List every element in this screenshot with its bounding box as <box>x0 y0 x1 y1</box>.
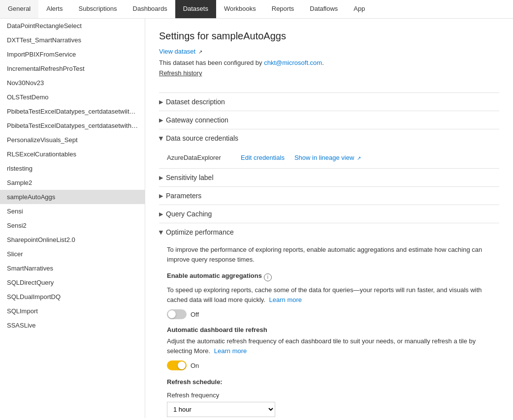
arrow-icon-sensitivity: ▶ <box>159 175 163 181</box>
dashboard-learn-more-link[interactable]: Learn more <box>214 347 247 355</box>
arrow-icon-parameters: ▶ <box>159 193 163 199</box>
refresh-history-link[interactable]: Refresh history <box>159 69 202 77</box>
auto-agg-toggle-thumb <box>168 310 176 318</box>
sidebar-item[interactable]: Sample2 <box>0 176 145 190</box>
datasource-row: AzureDataExplorer Edit credentials Show … <box>167 151 499 164</box>
nav-item-dashboards[interactable]: Dashboards <box>125 0 175 18</box>
sidebar-item[interactable]: IncrementalRefreshProTest <box>0 61 145 76</box>
data-source-content: AzureDataExplorer Edit credentials Show … <box>159 147 499 168</box>
show-lineage-link[interactable]: Show in lineage view ↗ <box>294 154 361 161</box>
nav-item-alerts[interactable]: Alerts <box>38 0 70 18</box>
sidebar-item[interactable]: SharepointOnlineList2.0 <box>0 233 145 247</box>
auto-agg-title: Enable automatic aggregations <box>167 272 262 279</box>
lineage-external-icon: ↗ <box>357 155 361 161</box>
section-query-caching[interactable]: ▶ Query Caching <box>159 205 499 223</box>
sidebar-item[interactable]: SQLDualImportDQ <box>0 290 145 304</box>
sidebar-item[interactable]: SSASLive <box>0 318 145 332</box>
arrow-icon-gateway-connection: ▶ <box>159 117 163 123</box>
sidebar-item[interactable]: SQLDirectQuery <box>0 275 145 290</box>
main-layout: DataPointRectangleSelectDXTTest_SmartNar… <box>0 19 513 418</box>
optimize-performance-content: To improve the performance of exploring … <box>159 241 499 418</box>
auto-agg-learn-more-link[interactable]: Learn more <box>269 296 302 303</box>
nav-item-datasets[interactable]: Datasets <box>175 0 216 18</box>
section-dataset-description[interactable]: ▶ Dataset description <box>159 92 499 111</box>
section-data-source-credentials[interactable]: ▶ Data source credentials <box>159 129 499 147</box>
section-parameters[interactable]: ▶ Parameters <box>159 186 499 205</box>
sidebar-item[interactable]: Slicer <box>0 247 145 261</box>
arrow-icon-dataset-description: ▶ <box>159 99 163 105</box>
sidebar-item[interactable]: rlstesting <box>0 161 145 176</box>
top-navigation: GeneralAlertsSubscriptionsDashboardsData… <box>0 0 513 19</box>
sidebar-item[interactable]: Nov30Nov23 <box>0 76 145 90</box>
external-link-icon: ↗ <box>198 49 202 55</box>
section-sensitivity-label[interactable]: ▶ Sensitivity label <box>159 168 499 186</box>
edit-credentials-link[interactable]: Edit credentials <box>241 154 285 161</box>
sidebar-item[interactable]: SQLImport <box>0 304 145 318</box>
refresh-frequency-label: Refresh frequency <box>167 391 499 399</box>
nav-item-workbooks[interactable]: Workbooks <box>216 0 264 18</box>
dashboard-refresh-description: Adjust the automatic refresh frequency o… <box>167 336 499 356</box>
sidebar-item[interactable]: sampleAutoAggs <box>0 190 145 204</box>
arrow-icon-query-caching: ▶ <box>159 211 163 217</box>
nav-item-subscriptions[interactable]: Subscriptions <box>70 0 125 18</box>
content-area: Settings for sampleAutoAggs View dataset… <box>145 19 513 418</box>
sidebar-item[interactable]: DataPointRectangleSelect <box>0 19 145 33</box>
nav-item-reports[interactable]: Reports <box>264 0 302 18</box>
nav-item-app[interactable]: App <box>346 0 373 18</box>
dashboard-refresh-toggle[interactable] <box>167 360 187 370</box>
nav-item-dataflows[interactable]: Dataflows <box>302 0 346 18</box>
sidebar-item[interactable]: SmartNarratives <box>0 261 145 275</box>
arrow-icon-data-source: ▶ <box>158 136 164 140</box>
section-gateway-connection[interactable]: ▶ Gateway connection <box>159 111 499 129</box>
sidebar-item[interactable]: RLSExcelCurationtables <box>0 147 145 161</box>
sidebar-item[interactable]: DXTTest_SmartNarratives <box>0 33 145 47</box>
refresh-frequency-select[interactable]: DailyWeekly1 hour30 minutes15 minutes <box>167 402 275 417</box>
datasource-name: AzureDataExplorer <box>167 154 231 161</box>
page-title: Settings for sampleAutoAggs <box>159 30 499 42</box>
dashboard-refresh-title: Automatic dashboard tile refresh <box>167 326 267 333</box>
dashboard-state-label: On <box>191 362 199 369</box>
optimize-description: To improve the performance of exploring … <box>167 245 499 264</box>
email-link[interactable]: chkt@microsoft.com <box>264 59 322 66</box>
configured-by-text: This dataset has been configured by chkt… <box>159 59 499 66</box>
sidebar-item[interactable]: Sensi2 <box>0 218 145 233</box>
auto-agg-toggle[interactable] <box>167 309 187 319</box>
auto-agg-info-icon[interactable]: i <box>264 273 272 281</box>
section-optimize-performance[interactable]: ▶ Optimize performance <box>159 223 499 241</box>
auto-agg-description: To speed up exploring reports, cache som… <box>167 285 499 304</box>
auto-agg-toggle-container: Off <box>167 309 499 319</box>
sidebar-item[interactable]: Sensi <box>0 204 145 218</box>
sidebar-item[interactable]: PbibetaTestExcelDatatypes_certdatasetwii… <box>0 104 145 119</box>
view-dataset-link[interactable]: View dataset <box>159 48 195 55</box>
dashboard-toggle-thumb <box>178 361 186 369</box>
sidebar-item[interactable]: PbibetaTestExcelDatatypes_certdatasetwit… <box>0 119 145 133</box>
sidebar: DataPointRectangleSelectDXTTest_SmartNar… <box>0 19 145 418</box>
arrow-icon-optimize: ▶ <box>158 230 164 234</box>
auto-agg-state-label: Off <box>191 311 199 318</box>
nav-item-general[interactable]: General <box>0 0 38 18</box>
sidebar-item[interactable]: OLSTestDemo <box>0 90 145 104</box>
refresh-schedule-label: Refresh schedule: <box>167 378 499 386</box>
dashboard-toggle-container: On <box>167 360 499 370</box>
sidebar-item[interactable]: ImportPBIXFromService <box>0 47 145 61</box>
sidebar-item[interactable]: PersonalizeVisuals_Sept <box>0 133 145 147</box>
